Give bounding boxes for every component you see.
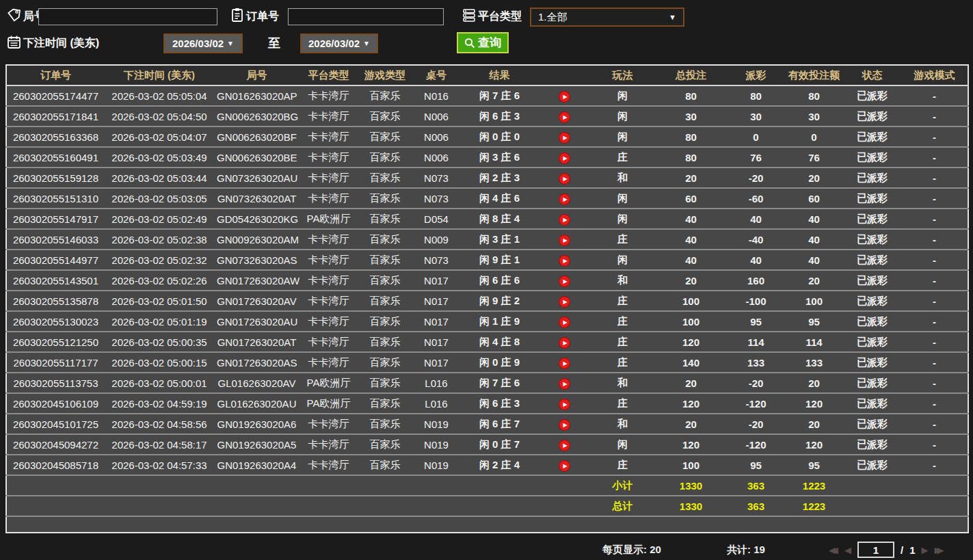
cell-total: 100 — [655, 311, 727, 332]
play-icon[interactable]: ▶ — [559, 235, 570, 246]
order-label: 订单号 — [246, 10, 279, 23]
column-header: 玩法 — [590, 65, 655, 85]
cell-bet: 和 — [590, 270, 655, 291]
next-page-icon[interactable]: ▶ — [922, 545, 929, 555]
cell-status: 已派彩 — [843, 414, 901, 434]
first-page-icon[interactable]: ◀◀ — [829, 545, 838, 555]
pagination-controls: ◀◀ ◀ / 1 ▶ ▶▶ — [829, 540, 944, 559]
play-icon[interactable]: ▶ — [559, 399, 570, 410]
play-icon[interactable]: ▶ — [559, 111, 570, 123]
cell-order: 260302055171841 — [6, 106, 105, 126]
cell-table_no: N017 — [412, 291, 460, 311]
date-to-picker[interactable]: 2026/03/02 ▼ — [300, 34, 378, 53]
cell-round: GN017263020AS — [214, 352, 299, 373]
cell-round: GN073263020AT — [214, 188, 299, 209]
cell-platform: 卡卡湾厅 — [299, 250, 358, 270]
cell-order: 260302055163368 — [6, 126, 105, 147]
play-icon[interactable]: ▶ — [559, 378, 570, 390]
cell-result: 闲 8 庄 4 — [460, 209, 539, 229]
cell-platform: 卡卡湾厅 — [299, 126, 358, 147]
cell-valid: 95 — [785, 455, 843, 475]
cell-result: 闲 9 庄 1 — [460, 250, 539, 270]
cell-mode: - — [901, 434, 968, 455]
cell-status: 已派彩 — [843, 393, 901, 414]
prev-page-icon[interactable]: ◀ — [844, 545, 851, 555]
cell-payout: -60 — [727, 188, 785, 209]
table-row: 2603020551137532026-03-02 05:00:01GL0162… — [6, 373, 968, 393]
cell-round: GN016263020AP — [214, 85, 299, 106]
query-button[interactable]: 查询 — [457, 32, 509, 53]
cell-round: GN006263020BE — [214, 147, 299, 168]
cell-bet: 和 — [590, 373, 655, 393]
cell-table_no: N017 — [412, 332, 460, 352]
replay-cell: ▶ — [539, 393, 590, 414]
replay-cell: ▶ — [539, 414, 590, 434]
play-icon[interactable]: ▶ — [559, 296, 570, 308]
play-icon[interactable]: ▶ — [559, 132, 570, 144]
cell-round: GN019263020A4 — [214, 455, 299, 475]
play-icon[interactable]: ▶ — [559, 276, 570, 287]
play-icon[interactable]: ▶ — [559, 173, 570, 185]
replay-cell: ▶ — [539, 352, 590, 373]
play-icon[interactable]: ▶ — [559, 358, 570, 369]
last-page-icon[interactable]: ▶▶ — [935, 545, 944, 555]
play-icon[interactable]: ▶ — [559, 337, 570, 349]
replay-cell: ▶ — [539, 270, 590, 291]
per-page-label: 每页显示: 20 — [602, 544, 661, 557]
cell-total: 60 — [655, 188, 727, 209]
cell-time: 2026-03-02 05:01:50 — [105, 291, 214, 311]
cell-total: 40 — [655, 209, 727, 229]
column-header: 有效投注额 — [785, 65, 843, 85]
chevron-down-icon: ▼ — [227, 40, 234, 47]
cell-payout: -20 — [727, 414, 785, 434]
play-icon[interactable]: ▶ — [559, 255, 570, 267]
play-icon[interactable]: ▶ — [559, 460, 570, 472]
subtotal-total-bet: 1330 — [655, 475, 727, 496]
play-icon[interactable]: ▶ — [559, 440, 570, 451]
cell-time: 2026-03-02 05:02:32 — [105, 250, 214, 270]
replay-cell: ▶ — [539, 106, 590, 126]
order-input[interactable] — [288, 8, 444, 25]
cell-platform: 卡卡湾厅 — [299, 229, 358, 250]
column-header: 游戏模式 — [901, 65, 968, 85]
cell-time: 2026-03-02 04:57:33 — [105, 455, 214, 475]
round-input[interactable] — [38, 8, 217, 25]
play-icon[interactable]: ▶ — [559, 152, 570, 164]
cell-valid: 20 — [785, 270, 843, 291]
cell-status: 已派彩 — [843, 168, 901, 188]
page-number-input[interactable] — [857, 542, 894, 558]
cell-order: 260302055135878 — [6, 291, 105, 311]
cell-mode: - — [901, 250, 968, 270]
cell-result: 闲 0 庄 9 — [460, 352, 539, 373]
cell-total: 100 — [655, 455, 727, 475]
cell-result: 闲 4 庄 6 — [460, 188, 539, 209]
cell-valid: 114 — [785, 332, 843, 352]
cell-result: 闲 6 庄 3 — [460, 393, 539, 414]
tag-icon — [7, 8, 21, 23]
play-icon[interactable]: ▶ — [559, 194, 570, 205]
play-icon[interactable]: ▶ — [559, 419, 570, 431]
table-row: 2603020551591282026-03-02 05:03:44GN0732… — [6, 168, 968, 188]
cell-mode: - — [901, 106, 968, 126]
cell-platform: 卡卡湾厅 — [299, 291, 358, 311]
date-from-picker[interactable]: 2026/03/02 ▼ — [163, 34, 243, 53]
play-icon[interactable]: ▶ — [559, 91, 570, 103]
date-to-value: 2026/03/02 — [308, 38, 360, 49]
cell-bet: 闲 — [590, 106, 655, 126]
cell-game: 百家乐 — [358, 270, 412, 291]
platform-select[interactable]: 1.全部 ▼ — [530, 8, 684, 27]
cell-bet: 庄 — [590, 311, 655, 332]
cell-result: 闲 7 庄 6 — [460, 373, 539, 393]
cell-time: 2026-03-02 05:00:15 — [105, 352, 214, 373]
cell-mode: - — [901, 291, 968, 311]
chevron-down-icon: ▼ — [363, 40, 370, 47]
cell-table_no: N009 — [412, 229, 460, 250]
table-row: 2603020451017252026-03-02 04:58:56GN0192… — [6, 414, 968, 434]
cell-round: GN009263020AM — [214, 229, 299, 250]
play-icon[interactable]: ▶ — [559, 317, 570, 328]
cell-game: 百家乐 — [358, 434, 412, 455]
cell-result: 闲 3 庄 1 — [460, 229, 539, 250]
table-header-row: 订单号下注时间 (美东)局号平台类型游戏类型桌号结果玩法总投注派彩有效投注额状态… — [6, 65, 968, 85]
play-icon[interactable]: ▶ — [559, 214, 570, 226]
cell-order: 260302055151310 — [6, 188, 105, 209]
